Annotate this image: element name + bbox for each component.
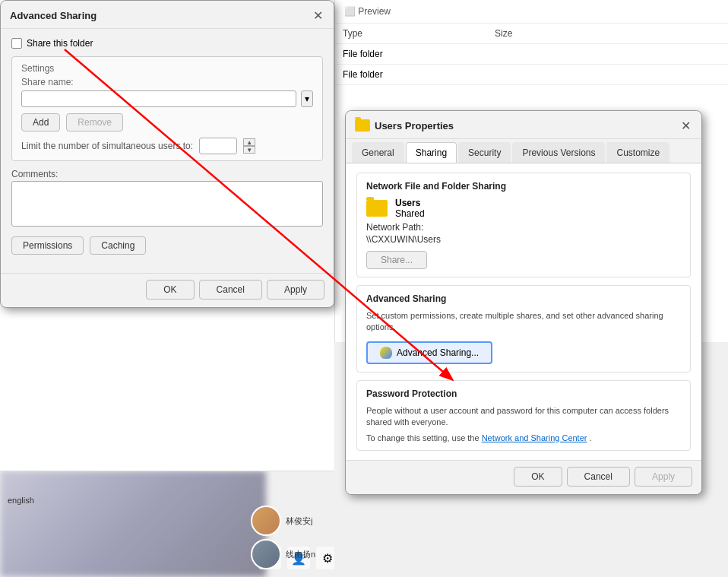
share-name-label: Share name: — [21, 77, 313, 87]
tab-general[interactable]: General — [352, 142, 404, 163]
network-sharing-section: Network File and Folder Sharing Users Sh… — [356, 173, 691, 277]
network-sharing-center-link[interactable]: Network and Sharing Center — [482, 433, 587, 442]
comments-group: Comments: — [11, 169, 323, 229]
shared-folder-text: Users Shared — [395, 198, 425, 219]
size-column: Size — [495, 28, 512, 39]
avatar-items: 林俊安j 线由扬n — [251, 506, 315, 569]
shared-folder-status: Shared — [395, 208, 425, 219]
dialog-title: Users Properties — [375, 120, 454, 132]
avatar-item-2: 线由扬n — [251, 539, 315, 569]
cancel-button[interactable]: Cancel — [567, 467, 630, 487]
adv-dialog-titlebar: Advanced Sharing ✕ — [1, 1, 334, 29]
tab-sharing[interactable]: Sharing — [406, 142, 457, 163]
permissions-button[interactable]: Permissions — [11, 236, 84, 255]
avatar-item-1: 林俊安j — [251, 506, 315, 536]
ok-button[interactable]: OK — [514, 467, 562, 487]
advanced-sharing-btn-label: Advanced Sharing... — [397, 347, 479, 358]
dialog-titlebar: Users Properties ✕ — [346, 111, 701, 139]
avatar-name-1: 林俊安j — [286, 515, 312, 527]
settings-label: Settings — [21, 63, 313, 74]
users-properties-dialog: Users Properties ✕ General Sharing Secur… — [345, 110, 702, 495]
add-button[interactable]: Add — [21, 113, 60, 132]
advanced-sharing-button[interactable]: Advanced Sharing... — [366, 341, 492, 364]
advanced-sharing-section: Advanced Sharing Set custom permissions,… — [356, 285, 691, 373]
share-name-input[interactable] — [21, 90, 296, 107]
share-name-row: ▾ — [21, 90, 313, 107]
adv-ok-button[interactable]: OK — [146, 280, 194, 300]
password-protection-title: Password Protection — [366, 388, 681, 399]
adv-close-button[interactable]: ✕ — [309, 7, 326, 24]
avatar-2 — [251, 539, 281, 569]
shared-folder-name: Users — [395, 198, 425, 208]
dialog-title-left: Users Properties — [355, 119, 454, 132]
avatar-name-2: 线由扬n — [286, 549, 315, 560]
network-path-label: Network Path: — [366, 222, 681, 233]
comments-textarea[interactable] — [11, 181, 323, 227]
spinner-buttons: ▲ ▼ — [243, 138, 255, 154]
network-path-value: \\CXXUWIN\Users — [366, 234, 681, 245]
advanced-sharing-desc: Set custom permissions, create multiple … — [366, 310, 681, 334]
type-size-header: Type Size — [335, 24, 728, 44]
share-this-folder-checkbox[interactable] — [11, 38, 22, 49]
adv-dialog-title-left: Advanced Sharing — [10, 10, 97, 21]
password-protection-desc: People without a user account and passwo… — [366, 405, 681, 429]
tab-security[interactable]: Security — [458, 142, 511, 163]
language-label: english — [8, 496, 34, 505]
folder-icon — [355, 119, 370, 132]
adv-dialog-title: Advanced Sharing — [10, 10, 97, 21]
limit-users-row: Limit the number of simultaneous users t… — [21, 138, 313, 154]
tabs-bar: General Sharing Security Previous Versio… — [346, 139, 701, 163]
tab-customize[interactable]: Customize — [606, 142, 669, 163]
dialog-body: Network File and Folder Sharing Users Sh… — [346, 163, 701, 460]
caching-button[interactable]: Caching — [90, 236, 146, 255]
share-this-folder-label: Share this folder — [27, 38, 93, 49]
remove-button[interactable]: Remove — [66, 113, 123, 132]
spinner-down[interactable]: ▼ — [243, 146, 255, 154]
advanced-sharing-dialog: Advanced Sharing ✕ Share this folder Set… — [0, 0, 334, 308]
adv-apply-button[interactable]: Apply — [267, 280, 324, 300]
shared-folder-row: Users Shared — [366, 198, 681, 219]
share-this-folder-row: Share this folder — [11, 38, 323, 49]
avatar-1 — [251, 506, 281, 536]
shield-icon — [380, 347, 392, 359]
password-protection-section: Password Protection People without a use… — [356, 380, 691, 451]
share-button[interactable]: Share... — [366, 251, 427, 269]
advanced-sharing-title: Advanced Sharing — [366, 293, 681, 304]
share-btn-row: Share... — [366, 251, 681, 269]
taskbar-bottom: english 林俊安j 线由扬n ☰ 👤 ⚙ — [0, 471, 334, 577]
type-column: Type — [343, 28, 495, 39]
spinner-up[interactable]: ▲ — [243, 138, 255, 146]
network-sharing-title: Network File and Folder Sharing — [366, 181, 681, 192]
perm-caching-row: Permissions Caching — [11, 236, 323, 255]
limit-users-input[interactable] — [199, 138, 237, 154]
add-remove-row: Add Remove — [21, 113, 313, 132]
limit-users-label: Limit the number of simultaneous users t… — [21, 141, 193, 151]
settings-group: Settings Share name: ▾ Add Remove Limit … — [11, 56, 323, 161]
share-name-dropdown[interactable]: ▾ — [301, 90, 313, 107]
bg-blur — [0, 471, 266, 577]
comments-label: Comments: — [11, 169, 323, 179]
preview-label: ⬜ Preview — [335, 0, 728, 24]
users-properties-footer: OK Cancel Apply — [346, 460, 701, 494]
close-button[interactable]: ✕ — [677, 117, 694, 134]
list-item: File folder — [335, 65, 728, 85]
settings-icon[interactable]: ⚙ — [316, 547, 334, 569]
adv-cancel-button[interactable]: Cancel — [199, 280, 262, 300]
folder-icon-med — [366, 200, 388, 217]
tab-previous-versions[interactable]: Previous Versions — [512, 142, 605, 163]
password-change-text: To change this setting, use the Network … — [366, 433, 681, 442]
adv-dialog-body: Share this folder Settings Share name: ▾… — [1, 29, 334, 273]
adv-dialog-footer: OK Cancel Apply — [1, 273, 334, 307]
apply-button[interactable]: Apply — [635, 467, 692, 487]
list-item: File folder — [335, 44, 728, 65]
